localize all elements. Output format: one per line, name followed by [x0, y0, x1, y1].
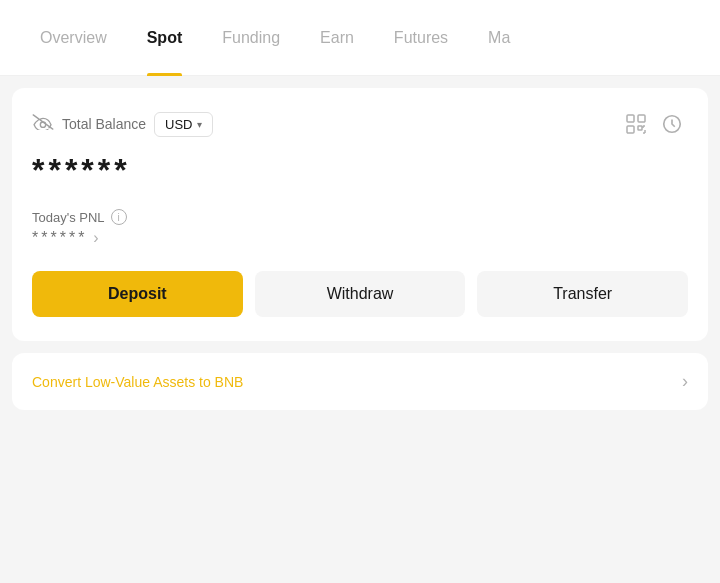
nav-label-earn: Earn [320, 29, 354, 47]
balance-amount: ****** [32, 152, 688, 189]
pnl-expand-icon[interactable]: › [93, 229, 98, 247]
balance-label-text: Total Balance [62, 116, 146, 132]
nav-label-funding: Funding [222, 29, 280, 47]
withdraw-button[interactable]: Withdraw [255, 271, 466, 317]
balance-header: Total Balance USD ▾ [32, 108, 688, 140]
convert-chevron-right-icon: › [682, 371, 688, 392]
pnl-info-icon[interactable]: i [111, 209, 127, 225]
history-icon[interactable] [656, 108, 688, 140]
balance-right-section [620, 108, 688, 140]
deposit-button[interactable]: Deposit [32, 271, 243, 317]
pnl-section: Today's PNL i ****** › [32, 209, 688, 247]
convert-banner-text: Convert Low-Value Assets to BNB [32, 374, 243, 390]
nav-item-more[interactable]: Ma [468, 0, 530, 76]
pnl-value-row: ****** › [32, 229, 688, 247]
nav-label-overview: Overview [40, 29, 107, 47]
hide-balance-icon[interactable] [32, 114, 54, 134]
pnl-label-row: Today's PNL i [32, 209, 688, 225]
nav-item-overview[interactable]: Overview [20, 0, 127, 76]
svg-rect-1 [627, 115, 634, 122]
nav-item-spot[interactable]: Spot [127, 0, 203, 76]
nav-item-earn[interactable]: Earn [300, 0, 374, 76]
info-symbol: i [117, 212, 119, 223]
scan-icon[interactable] [620, 108, 652, 140]
svg-rect-2 [638, 115, 645, 122]
nav-item-funding[interactable]: Funding [202, 0, 300, 76]
nav-label-futures: Futures [394, 29, 448, 47]
transfer-button[interactable]: Transfer [477, 271, 688, 317]
nav-label-spot: Spot [147, 29, 183, 47]
svg-rect-4 [638, 126, 642, 130]
balance-card: Total Balance USD ▾ [12, 88, 708, 341]
convert-banner[interactable]: Convert Low-Value Assets to BNB › [12, 353, 708, 410]
nav-bar: Overview Spot Funding Earn Futures Ma [0, 0, 720, 76]
action-buttons: Deposit Withdraw Transfer [32, 271, 688, 317]
svg-rect-3 [627, 126, 634, 133]
balance-left-section: Total Balance USD ▾ [32, 112, 213, 137]
nav-item-futures[interactable]: Futures [374, 0, 468, 76]
nav-label-more: Ma [488, 29, 510, 47]
currency-value: USD [165, 117, 192, 132]
currency-selector[interactable]: USD ▾ [154, 112, 212, 137]
pnl-value: ****** [32, 229, 87, 247]
chevron-down-icon: ▾ [197, 119, 202, 130]
pnl-label: Today's PNL [32, 210, 105, 225]
